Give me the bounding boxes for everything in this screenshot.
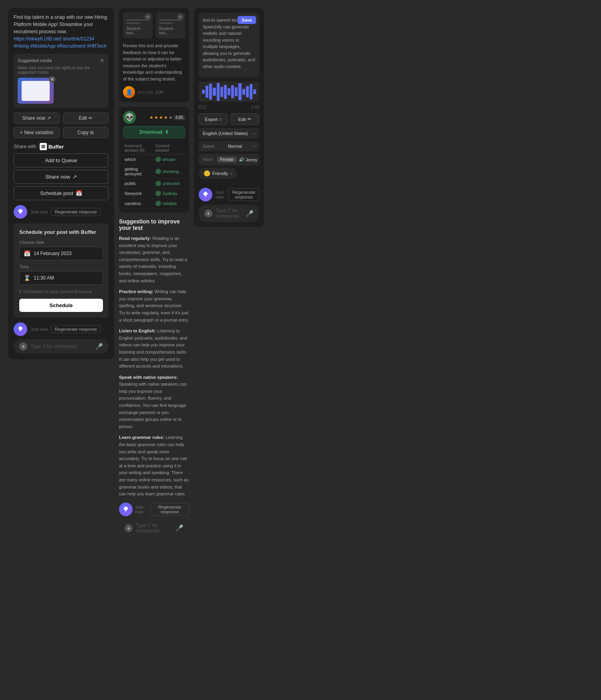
copy-button[interactable]: Copy ⧉ <box>63 127 109 138</box>
schedule-post-button[interactable]: Schedule post 📅 <box>14 186 109 200</box>
voice-gender-selector[interactable]: Female <box>217 157 236 163</box>
test-card-2: ✕ Student-test-... <box>156 12 186 38</box>
share-now-button[interactable]: Share now ↗ <box>14 113 60 124</box>
regenerate-response-button-top[interactable]: Regenerate response <box>51 208 101 216</box>
info-icon: ℹ <box>19 289 21 294</box>
media-thumbnail <box>18 78 54 104</box>
type-commands-placeholder[interactable]: Type '/' for commands <box>30 344 92 349</box>
right-type-commands-placeholder[interactable]: Type '/' for commands <box>216 208 242 219</box>
user-avatar: 👤 <box>123 86 135 98</box>
edit-review-button[interactable]: Edit <box>155 90 163 95</box>
close-suggested-media-icon[interactable]: ✕ <box>100 58 105 63</box>
right-add-command-icon[interactable]: + <box>204 209 212 217</box>
download-button[interactable]: Download ⬇ <box>123 126 185 138</box>
share-now-arrow-icon: ↗ <box>73 174 77 180</box>
middle-add-command-icon[interactable]: + <box>125 524 133 532</box>
download-section: 👽 ★ ★ ★ ★ ★ 4.85 Download ⬇ Incorrect an… <box>119 107 189 213</box>
speed-label: Speed <box>203 144 214 149</box>
wave-bar <box>209 84 212 100</box>
ai-avatar-middle <box>119 503 133 516</box>
middle-panel: ✕ Student-test-... ✕ Student-test-... Re… <box>119 8 189 537</box>
export-button[interactable]: Export ↑ <box>199 113 228 125</box>
ai-bottom-row: Just now Regenerate response <box>119 503 189 516</box>
right-ai-avatar <box>199 188 212 201</box>
wave-bar <box>238 83 241 101</box>
test-cards-row: ✕ Student-test-... ✕ Student-test-... <box>123 12 185 38</box>
table-row: getting annoyed ✓ showing... <box>123 165 185 179</box>
time-row: 0:21 1:02 <box>199 105 259 109</box>
post-link[interactable]: https://lnkwy6.UIB.net/ shortlnk/01234 <box>14 36 94 42</box>
check-icon: ✓ <box>155 191 161 196</box>
correct-text: whose <box>163 157 175 162</box>
add-command-icon[interactable]: + <box>19 342 27 350</box>
correct-text: reliable <box>163 201 177 206</box>
copy-label: Copy <box>77 130 89 135</box>
mic-icon[interactable]: 🎤 <box>95 343 103 350</box>
right-edit-label: Edit <box>238 117 246 122</box>
middle-type-commands-placeholder[interactable]: Type '/' for commands <box>136 523 172 534</box>
wave-bar <box>231 85 234 99</box>
copy-icon: ⧉ <box>90 130 94 135</box>
incorrect-header: Incorrect answer (5) <box>123 142 154 155</box>
timezone-text: Scheduled in your current timezone <box>23 289 92 294</box>
clock-icon: ⌛ <box>24 275 30 281</box>
middle-type-commands-row: + Type '/' for commands 🎤 <box>119 519 189 537</box>
edit-button[interactable]: Edit ✏ <box>63 113 109 124</box>
right-ai-row: Just now Regenerate response <box>199 188 259 201</box>
right-regenerate-button[interactable]: Regenerate response <box>228 188 259 201</box>
new-variation-button[interactable]: + New variation <box>14 127 60 138</box>
regenerate-response-button-bottom[interactable]: Regenerate response <box>51 325 101 333</box>
action-row-1: Share now ↗ Edit ✏ <box>14 113 109 124</box>
delete-card-1-icon[interactable]: ✕ <box>145 14 151 20</box>
time-input[interactable]: ⌛ 11:30 AM <box>19 271 103 285</box>
speed-setting-row[interactable]: Speed Normal ▾ <box>199 141 259 151</box>
tone-emoji: 🙂 <box>204 170 210 177</box>
suggestions-section: Suggestion to improve your test Read reg… <box>119 218 189 498</box>
check-icon: ✓ <box>155 157 161 162</box>
save-button[interactable]: Save <box>238 16 256 24</box>
right-edit-icon: ✏ <box>248 117 251 122</box>
schedule-title: Schedule your post with Buffer <box>19 229 103 235</box>
test-review-card: ✕ Student-test-... ✕ Student-test-... Re… <box>119 8 189 102</box>
edit-label: Edit <box>79 115 87 121</box>
suggested-media-sub: Make sure you have the rights to use the… <box>18 66 105 74</box>
share-now-main-button[interactable]: Share now ↗ <box>14 170 109 184</box>
review-timestamp: Just now <box>137 90 153 95</box>
timestamp-top: Just now <box>30 209 48 214</box>
media-remove-icon[interactable]: ✕ <box>49 76 55 82</box>
delete-card-2-icon[interactable]: ✕ <box>177 14 184 20</box>
incorrect-answer: which <box>123 155 154 165</box>
time-start: 0:21 <box>199 105 206 109</box>
voice-setting-row: Voice Female 🔊 Jenny <box>199 154 259 165</box>
correct-answer: ✓ showing... <box>154 165 185 179</box>
check-icon: ✓ <box>155 201 161 206</box>
test-card-1-label: Student-test-... <box>126 26 149 35</box>
share-with-label: Share with <box>14 144 36 149</box>
correct-answer: ✓ reliable <box>154 199 185 209</box>
schedule-button[interactable]: Schedule <box>19 299 103 312</box>
add-to-queue-button[interactable]: Add to Queue <box>14 153 109 167</box>
regenerate-response-middle-button[interactable]: Regenerate response <box>150 503 189 516</box>
wave-bar <box>213 88 216 96</box>
action-row-2: + New variation Copy ⧉ <box>14 127 109 138</box>
middle-mic-icon[interactable]: 🎤 <box>175 524 184 532</box>
incorrect-answer: careless <box>123 199 154 209</box>
line <box>159 22 173 24</box>
speaker-icon: 🔊 <box>239 157 244 162</box>
tone-pill[interactable]: 🙂 Friendly ▾ <box>199 168 237 179</box>
check-icon: ✓ <box>155 181 161 186</box>
date-input[interactable]: 📅 14 February 2023 <box>19 247 103 260</box>
incorrect-answer: Newyork <box>123 189 154 199</box>
card-2-lines <box>159 19 182 24</box>
add-to-queue-label: Add to Queue <box>45 157 77 163</box>
language-setting-row[interactable]: English (United States) ▾ <box>199 128 259 139</box>
suggestion-item: Speak with native speakers: Speaking wit… <box>119 374 189 430</box>
card-1-lines <box>126 19 149 24</box>
edit-icon: ✏ <box>89 115 93 121</box>
left-panel: Find top talent in a snap with our new H… <box>8 8 114 359</box>
wave-bar <box>206 86 208 98</box>
suggestion-heading: Practice writing: <box>119 289 153 294</box>
table-row: public ✓ unknown <box>123 179 185 189</box>
right-edit-button[interactable]: Edit ✏ <box>230 113 260 125</box>
right-mic-icon[interactable]: 🎤 <box>246 210 254 217</box>
